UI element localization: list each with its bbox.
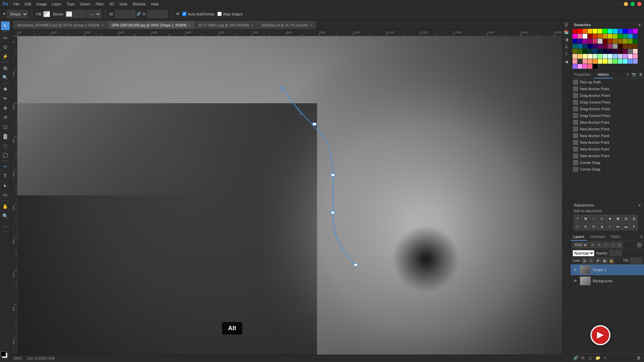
swatch-13[interactable] [573,34,577,39]
layer-eye-1[interactable]: 👁 [573,278,578,284]
collapse-icon[interactable]: ◀ [563,58,570,65]
layers-panel-menu[interactable]: ≡ [639,233,644,241]
swatch-44[interactable] [598,44,602,49]
swatch-52[interactable] [573,49,577,54]
swatches-menu-icon[interactable]: ≡ [639,23,641,27]
history-item-11[interactable]: New Anchor Point [571,153,644,159]
eyedropper-tool[interactable]: 🔍 [1,73,10,82]
typography-icon[interactable]: T [563,51,570,58]
history-item-9[interactable]: New Anchor Point [571,139,644,146]
swatch-92[interactable] [578,64,582,69]
swatch-53[interactable] [578,49,582,54]
swatch-27[interactable] [578,39,582,44]
tab-ac77[interactable]: AC77-0893-2.jpg @ 25% (RGB/8) × [195,21,257,29]
swatch-8[interactable] [613,29,618,34]
filter-adjust-icon[interactable]: A [596,242,602,248]
menu-3d[interactable]: 3D [109,2,114,6]
new-layer-btn[interactable]: + [602,355,608,361]
history-item-2[interactable]: Drag Anchor Point [571,92,644,99]
tab-storyboard[interactable]: Storyboard_4FRAMES.psd @ 33.3% (Group 3,… [13,21,107,29]
foreground-color[interactable] [1,351,6,357]
swatch-33[interactable] [608,39,612,44]
swatch-0[interactable] [573,29,577,34]
swatch-72[interactable] [608,54,612,59]
learn-icon[interactable]: A [563,44,570,50]
swatch-18[interactable] [598,34,602,39]
swatch-34[interactable] [613,39,618,44]
swatch-47[interactable] [613,44,618,49]
swatch-84[interactable] [603,59,607,64]
tab-properties[interactable]: Properties [571,71,594,78]
path-select-tool[interactable]: ▸ [1,181,10,190]
gradient-tool[interactable]: ▓ [1,132,10,140]
lasso-tool[interactable]: ⊙ [1,43,10,51]
swatch-6[interactable] [603,29,607,34]
swatch-4[interactable] [593,29,597,34]
swatch-85[interactable] [608,59,612,64]
swatch-74[interactable] [618,54,623,59]
color-fg-bg[interactable] [1,351,10,361]
swatch-19[interactable] [603,34,607,39]
height-input[interactable]: 949.59 px [148,10,168,18]
menu-layer[interactable]: Layer [52,2,61,6]
link-layers-btn[interactable]: 🔗 [573,355,579,361]
delete-layer-btn[interactable]: 🗑 [636,355,642,361]
new-group-btn[interactable]: 📁 [595,355,601,361]
menu-help[interactable]: Help [151,2,159,6]
swatch-24[interactable] [628,34,633,39]
add-mask-btn[interactable]: ◻ [587,355,593,361]
swatch-3[interactable] [588,29,592,34]
swatch-62[interactable] [623,49,628,54]
swatch-80[interactable] [583,59,587,64]
swatch-11[interactable] [628,29,633,34]
swatch-29[interactable] [588,39,592,44]
lock-image-icon[interactable]: ✏ [589,258,594,263]
shape-select[interactable]: Shape [7,10,28,18]
marquee-tool[interactable]: ▭ [1,33,10,42]
window-maximize[interactable] [631,2,635,6]
bw-icon[interactable]: ▥ [630,215,638,222]
swatch-68[interactable] [588,54,592,59]
history-item-6[interactable]: New Anchor Point [571,119,644,126]
hand-tool[interactable]: ✋ [1,202,10,211]
swatch-77[interactable] [633,54,638,59]
swatch-95[interactable] [593,64,597,69]
swatch-38[interactable] [633,39,638,44]
tab-gpn[interactable]: GPN-2000-001000.jpg @ 200% (Shape 1, RGB… [108,21,194,29]
auto-add-delete-checkbox[interactable] [182,12,186,16]
window-minimize[interactable] [624,2,628,6]
swatch-82[interactable] [593,59,597,64]
link-icon[interactable]: 🔗 [137,12,141,16]
tab-channels[interactable]: Channels [587,233,608,241]
swatch-45[interactable] [603,44,607,49]
color-balance-icon[interactable]: ▤ [622,215,630,222]
blend-mode-select[interactable]: Normal [573,250,594,256]
swatch-9[interactable] [618,29,623,34]
swatch-58[interactable] [603,49,607,54]
layer-item-1[interactable]: 👁Background [571,276,644,287]
swatch-90[interactable] [633,59,638,64]
filter-type-icon[interactable]: T [603,242,609,248]
canvas-content[interactable]: Alt [17,36,562,355]
tab-318663[interactable]: 318663pu.tif @ 16.7% (Gray/8) × [258,21,315,29]
clone-tool[interactable]: ⊕ [1,104,10,112]
lock-position-icon[interactable]: ✚ [595,258,601,263]
stroke-type-select[interactable]: — [87,10,101,18]
history-panel-camera[interactable]: 📷 [630,71,638,78]
dodge-tool[interactable]: ◯ [1,150,10,159]
properties-icon[interactable]: ☰ [563,21,570,28]
history-item-5[interactable]: Drag Control Point [571,112,644,119]
swatch-26[interactable] [573,39,577,44]
swatch-93[interactable] [583,64,587,69]
stroke-size-input[interactable]: 3 px [74,10,86,18]
lock-all-icon[interactable]: 🔒 [609,258,614,263]
width-input[interactable]: 1109 px [115,10,135,18]
tab-gpn-close[interactable]: × [189,23,191,27]
swatch-14[interactable] [578,34,582,39]
window-close[interactable] [637,2,641,6]
history-item-12[interactable]: Corner Drag [571,159,644,166]
swatch-87[interactable] [618,59,623,64]
swatch-12[interactable] [633,29,638,34]
filter-smartobj-icon[interactable]: S [616,242,623,248]
swatch-64[interactable] [633,49,638,54]
